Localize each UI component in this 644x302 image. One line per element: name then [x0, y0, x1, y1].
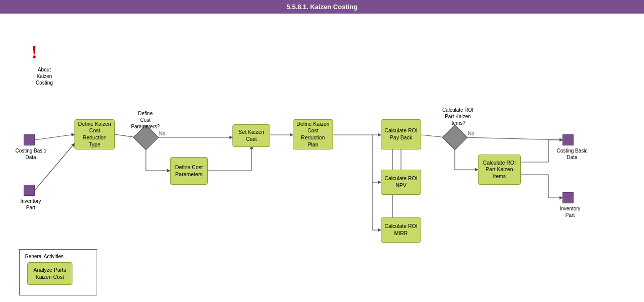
analyze-parts-kaizen-box[interactable]: Analyze Parts Kaizen Cost — [27, 262, 72, 285]
inventory-part-right[interactable] — [562, 192, 574, 203]
define-plan-box[interactable]: Define Kaizen Cost Reduction Plan — [293, 119, 333, 149]
diamond-calc-roi-label: Calculate ROIPart KaizenItems? — [433, 107, 483, 126]
define-kaizen-type-label: Define Kaizen Cost Reduction Type — [77, 121, 112, 148]
calc-roi-npv-box[interactable]: Calculate ROI NPV — [381, 170, 421, 195]
costing-basic-data-left[interactable] — [24, 134, 35, 145]
define-cost-params-box[interactable]: Define Cost Parameters — [170, 157, 208, 185]
svg-line-0 — [35, 134, 74, 140]
inventory-part-left[interactable] — [24, 185, 35, 196]
define-kaizen-type-box[interactable]: Define Kaizen Cost Reduction Type — [74, 119, 115, 149]
svg-line-8 — [464, 137, 562, 140]
legend-box: General Activities Analyze Parts Kaizen … — [19, 249, 97, 295]
inventory-part-right-label: Inventory Part — [555, 205, 585, 218]
set-kaizen-cost-box[interactable]: Set Kaizen Cost — [232, 124, 270, 147]
define-cost-params-label: Define Cost Parameters — [173, 164, 205, 178]
svg-text:No: No — [159, 131, 166, 136]
calc-roi-payback-label: Calculate ROI Pay Back — [383, 127, 419, 141]
diamond-define-cost-label: DefineCostParameters? — [123, 110, 168, 130]
title-bar: 5.5.8.1. Kaizen Costing — [0, 0, 644, 14]
canvas: No No ! AboutKaizenCosting Costing B — [0, 14, 644, 300]
calc-roi-npv-label: Calculate ROI NPV — [383, 175, 419, 189]
about-kaizen-label: AboutKaizenCosting — [24, 66, 64, 86]
analyze-parts-kaizen-label: Analyze Parts Kaizen Cost — [30, 267, 70, 280]
calc-roi-part-items-box[interactable]: Calculate ROI Part Kaizen Items — [478, 155, 521, 185]
svg-text:No: No — [468, 131, 474, 136]
inventory-part-left-label: Inventory Part — [16, 198, 45, 211]
about-kaizen-icon: ! — [31, 42, 37, 63]
costing-basic-data-left-label: Costing Basic Data — [15, 147, 46, 161]
set-kaizen-cost-label: Set Kaizen Cost — [235, 129, 268, 142]
legend-title: General Activities — [25, 254, 92, 259]
calc-roi-mirr-label: Calculate ROI MIRR — [383, 223, 419, 237]
calc-roi-mirr-box[interactable]: Calculate ROI MIRR — [381, 217, 421, 243]
costing-basic-data-right[interactable] — [562, 134, 574, 145]
define-plan-label: Define Kaizen Cost Reduction Plan — [295, 121, 331, 148]
diamond-calc-roi — [442, 125, 468, 150]
calc-roi-part-items-label: Calculate ROI Part Kaizen Items — [480, 160, 518, 180]
calc-roi-payback-box[interactable]: Calculate ROI Pay Back — [381, 119, 421, 149]
costing-basic-data-right-label: Costing Basic Data — [554, 147, 590, 161]
page-title: 5.5.8.1. Kaizen Costing — [287, 3, 358, 11]
